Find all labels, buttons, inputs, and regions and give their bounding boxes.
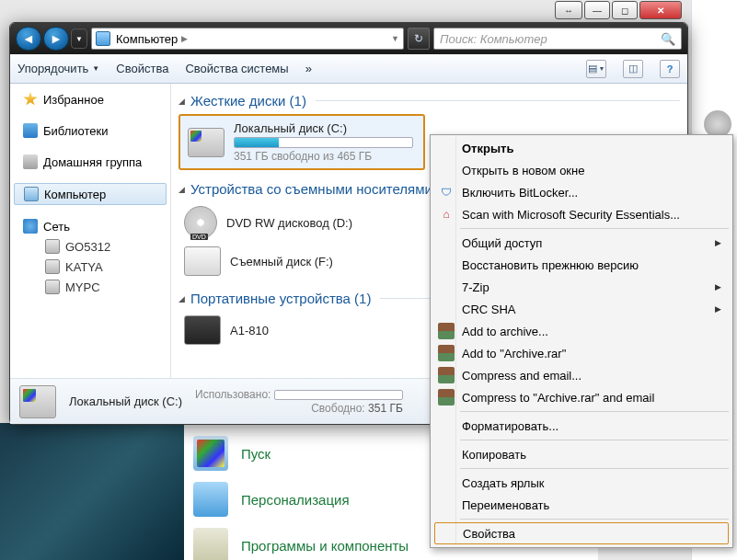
view-mode-button[interactable]: ▤▼ bbox=[586, 60, 606, 78]
preview-pane-button[interactable]: ◫ bbox=[623, 60, 643, 78]
menu-item-shortcut[interactable]: Создать ярлык bbox=[432, 472, 731, 494]
address-bar[interactable]: Компьютер ▶ ▼ bbox=[91, 28, 404, 50]
menu-item-add-archive[interactable]: Add to archive... bbox=[432, 320, 731, 342]
cpl-label: Пуск bbox=[241, 446, 271, 462]
chevron-right-icon: ▶ bbox=[181, 34, 188, 43]
menu-item-bitlocker[interactable]: 🛡Включить BitLocker... bbox=[432, 181, 731, 203]
menu-item-compress-rar-email[interactable]: Compress to "Archive.rar" and email bbox=[432, 386, 731, 408]
search-icon: 🔍 bbox=[661, 32, 675, 46]
security-icon: ⌂ bbox=[438, 206, 455, 223]
drive-name: Локальный диск (C:) bbox=[234, 121, 413, 135]
sidebar-item-homegroup[interactable]: Домашняя группа bbox=[10, 152, 170, 172]
search-placeholder: Поиск: Компьютер bbox=[440, 32, 547, 46]
winrar-icon bbox=[438, 345, 455, 361]
sidebar-item-network[interactable]: Сеть bbox=[10, 216, 170, 236]
minimize-button[interactable]: — bbox=[584, 1, 610, 19]
collapse-icon: ◢ bbox=[178, 294, 185, 303]
menu-item-open[interactable]: Открыть bbox=[432, 137, 731, 159]
pc-icon bbox=[45, 280, 60, 294]
cpl-label: Программы и компоненты bbox=[241, 538, 409, 554]
toolbar: Упорядочить▼ Свойства Свойства системы »… bbox=[10, 54, 687, 84]
menu-item-scan[interactable]: ⌂Scan with Microsoft Security Essentials… bbox=[432, 203, 731, 225]
pc-icon bbox=[45, 259, 60, 274]
menu-separator bbox=[460, 468, 729, 469]
menu-item-add-rar[interactable]: Add to "Archive.rar" bbox=[432, 342, 731, 364]
breadcrumb-computer[interactable]: Компьютер ▶ bbox=[116, 32, 188, 46]
close-button[interactable]: ✕ bbox=[639, 1, 682, 19]
sidebar-item-pc[interactable]: KATYA bbox=[10, 257, 170, 277]
category-hdd[interactable]: ◢ Жесткие диски (1) bbox=[178, 89, 680, 114]
nav-bar: ◄ ► ▼ Компьютер ▶ ▼ ↻ Поиск: Компьютер 🔍 bbox=[10, 23, 687, 54]
winrar-icon bbox=[438, 323, 455, 339]
forward-button[interactable]: ► bbox=[43, 27, 69, 51]
window-controls: ↔ — ◻ ✕ bbox=[555, 1, 682, 19]
sidebar-item-libraries[interactable]: Библиотеки bbox=[10, 120, 170, 141]
drive-free-text: 351 ГБ свободно из 465 ГБ bbox=[234, 150, 413, 163]
submenu-arrow-icon: ▶ bbox=[715, 238, 721, 247]
libraries-icon bbox=[23, 123, 38, 138]
collapse-icon: ◢ bbox=[178, 185, 185, 194]
maximize-button[interactable]: ◻ bbox=[612, 1, 638, 19]
navigation-sidebar: Избранное Библиотеки Домашняя группа Ком… bbox=[10, 84, 171, 378]
breadcrumb-label: Компьютер bbox=[116, 32, 178, 46]
menu-separator bbox=[460, 228, 729, 229]
drive-local-c[interactable]: Локальный диск (C:) 351 ГБ свободно из 4… bbox=[178, 114, 425, 170]
refresh-button[interactable]: ↻ bbox=[408, 28, 430, 50]
removable-icon bbox=[184, 246, 221, 276]
menu-item-restore[interactable]: Восстановить прежнюю версию bbox=[432, 254, 731, 276]
sidebar-item-computer[interactable]: Компьютер bbox=[14, 183, 167, 205]
organize-menu[interactable]: Упорядочить▼ bbox=[17, 62, 99, 75]
menu-separator bbox=[460, 411, 729, 412]
details-title: Локальный диск (C:) bbox=[69, 394, 182, 408]
menu-item-compress-email[interactable]: Compress and email... bbox=[432, 364, 731, 386]
hdd-icon bbox=[188, 128, 225, 157]
cpl-label: Персонализация bbox=[241, 492, 350, 508]
history-dropdown[interactable]: ▼ bbox=[71, 29, 87, 49]
address-dropdown-icon[interactable]: ▼ bbox=[391, 34, 399, 43]
computer-icon bbox=[24, 187, 39, 201]
menu-item-rename[interactable]: Переименовать bbox=[432, 494, 731, 516]
menu-item-7zip[interactable]: 7-Zip▶ bbox=[432, 276, 731, 298]
system-properties-button[interactable]: Свойства системы bbox=[185, 62, 288, 75]
menu-item-properties[interactable]: Свойства bbox=[434, 522, 729, 544]
submenu-arrow-icon: ▶ bbox=[715, 282, 721, 291]
submenu-arrow-icon: ▶ bbox=[715, 304, 721, 314]
sidebar-item-favorites[interactable]: Избранное bbox=[10, 89, 170, 109]
pc-icon bbox=[45, 239, 60, 254]
computer-icon bbox=[96, 31, 110, 46]
start-icon bbox=[193, 436, 228, 471]
context-menu: Открыть Открыть в новом окне 🛡Включить B… bbox=[430, 134, 733, 548]
portable-icon bbox=[184, 315, 221, 345]
sidebar-item-pc[interactable]: GO5312 bbox=[10, 236, 170, 257]
collapse-icon: ◢ bbox=[178, 97, 185, 106]
move-button[interactable]: ↔ bbox=[555, 1, 582, 19]
search-box[interactable]: Поиск: Компьютер 🔍 bbox=[433, 28, 682, 50]
menu-item-open-new-window[interactable]: Открыть в новом окне bbox=[432, 159, 731, 181]
properties-button[interactable]: Свойства bbox=[116, 62, 168, 75]
network-icon bbox=[23, 219, 38, 234]
winrar-icon bbox=[438, 389, 455, 406]
details-usage-bar bbox=[274, 390, 403, 400]
menu-separator bbox=[460, 440, 729, 440]
star-icon bbox=[23, 92, 38, 107]
hdd-icon bbox=[19, 385, 56, 418]
programs-icon bbox=[193, 528, 228, 560]
winrar-icon bbox=[438, 367, 455, 383]
personalization-icon bbox=[193, 482, 228, 517]
toolbar-more[interactable]: » bbox=[305, 62, 312, 75]
sidebar-item-pc[interactable]: MYPC bbox=[10, 277, 170, 297]
usage-bar bbox=[234, 137, 413, 148]
help-button[interactable]: ? bbox=[660, 60, 680, 78]
dvd-icon bbox=[184, 206, 217, 239]
menu-item-format[interactable]: Форматировать... bbox=[432, 415, 731, 437]
desktop-background-strip bbox=[0, 423, 184, 560]
menu-separator bbox=[460, 519, 729, 520]
shield-icon: 🛡 bbox=[438, 184, 455, 200]
menu-item-crc[interactable]: CRC SHA▶ bbox=[432, 298, 731, 320]
menu-item-copy[interactable]: Копировать bbox=[432, 443, 731, 465]
homegroup-icon bbox=[23, 154, 38, 169]
menu-item-share[interactable]: Общий доступ▶ bbox=[432, 232, 731, 254]
back-button[interactable]: ◄ bbox=[16, 27, 41, 51]
